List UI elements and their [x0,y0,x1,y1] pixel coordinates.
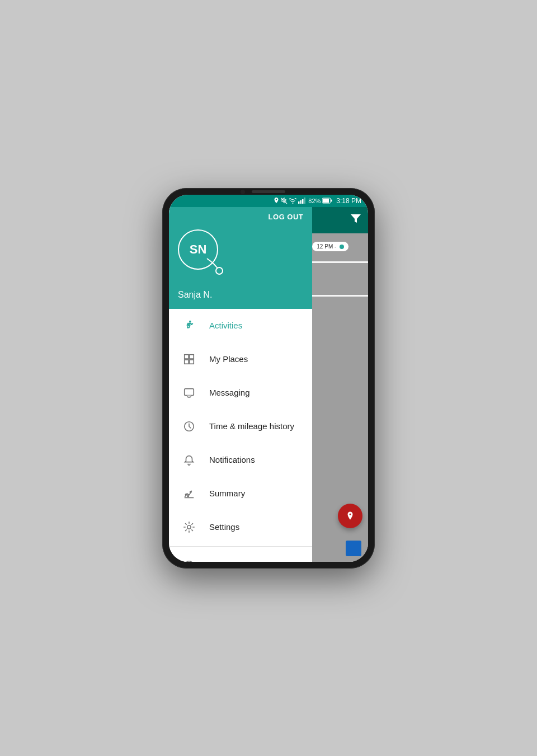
app-map-area: 12 PM - [312,233,368,562]
summary-label: Summary [209,489,245,498]
battery-text: 82% [308,198,321,204]
speaker [252,190,285,193]
menu-list: Activities My Places [169,309,312,562]
list-divider [312,261,368,263]
svg-rect-3 [302,199,304,204]
help-icon [180,557,198,562]
gear-icon [180,518,198,536]
building-icon [180,350,198,368]
clock-icon [180,417,198,435]
svg-rect-7 [331,200,332,202]
sidebar-item-settings[interactable]: Settings [169,510,312,544]
svg-rect-1 [298,201,300,204]
camera [241,190,245,194]
svg-point-21 [185,561,194,561]
sidebar-item-tips-tricks[interactable]: Tips & tricks [169,549,312,562]
list-divider-2 [312,295,368,297]
location-icon [274,198,279,204]
avatar-initials: SN [190,242,207,257]
svg-rect-11 [190,354,194,358]
settings-label: Settings [209,522,239,532]
bell-icon [180,451,198,469]
my-places-label: My Places [209,354,248,364]
status-dot [340,245,344,249]
app-background-content: 12 PM - [312,207,368,562]
navigation-drawer: LOG OUT SN Sanja N. [169,207,312,562]
status-time: 3:18 PM [336,197,361,205]
logout-button[interactable]: LOG OUT [268,213,304,221]
sidebar-item-time-mileage[interactable]: Time & mileage history [169,410,312,443]
svg-rect-10 [185,354,189,358]
drawer-header: LOG OUT SN Sanja N. [169,207,312,309]
run-icon [180,317,198,335]
status-icons: 82% 3:18 PM [274,197,361,205]
svg-point-9 [189,320,191,322]
main-screen: LOG OUT SN Sanja N. [169,207,368,562]
battery-icon [322,198,332,204]
svg-point-8 [216,267,223,274]
user-name: Sanja N. [178,290,303,300]
wifi-icon [289,198,296,204]
location-fab-button[interactable] [338,504,362,528]
avatar-decoration [207,259,229,281]
chart-icon [180,485,198,503]
svg-rect-4 [304,198,306,204]
signal-icon [298,198,305,204]
svg-rect-13 [190,359,194,363]
svg-rect-2 [300,200,302,204]
sidebar-item-summary[interactable]: Summary [169,477,312,510]
time-chip: 12 PM - [312,242,348,251]
svg-point-17 [187,495,189,496]
phone-device: 82% 3:18 PM LOG OUT SN [162,188,375,569]
blue-action-button[interactable] [346,541,361,556]
notifications-label: Notifications [209,455,255,464]
sidebar-item-activities[interactable]: Activities [169,309,312,342]
svg-point-16 [185,494,186,495]
message-icon [180,384,198,402]
sidebar-item-notifications[interactable]: Notifications [169,443,312,477]
activities-label: Activities [209,321,242,330]
svg-rect-12 [185,359,189,363]
phone-screen: 82% 3:18 PM LOG OUT SN [169,195,368,562]
svg-rect-6 [323,199,329,203]
status-bar: 82% 3:18 PM [169,195,368,207]
time-mileage-label: Time & mileage history [209,421,294,431]
svg-rect-14 [185,388,194,395]
sidebar-item-my-places[interactable]: My Places [169,342,312,376]
tips-tricks-label: Tips & tricks [209,561,255,562]
sidebar-item-messaging[interactable]: Messaging [169,376,312,410]
menu-divider-1 [169,546,312,547]
svg-point-20 [187,525,191,528]
pin-icon [345,511,355,521]
messaging-label: Messaging [209,388,250,397]
app-toolbar [312,207,368,233]
user-avatar: SN [178,229,218,270]
filter-icon[interactable] [348,212,364,229]
mute-icon [281,198,288,204]
svg-point-18 [190,491,191,492]
